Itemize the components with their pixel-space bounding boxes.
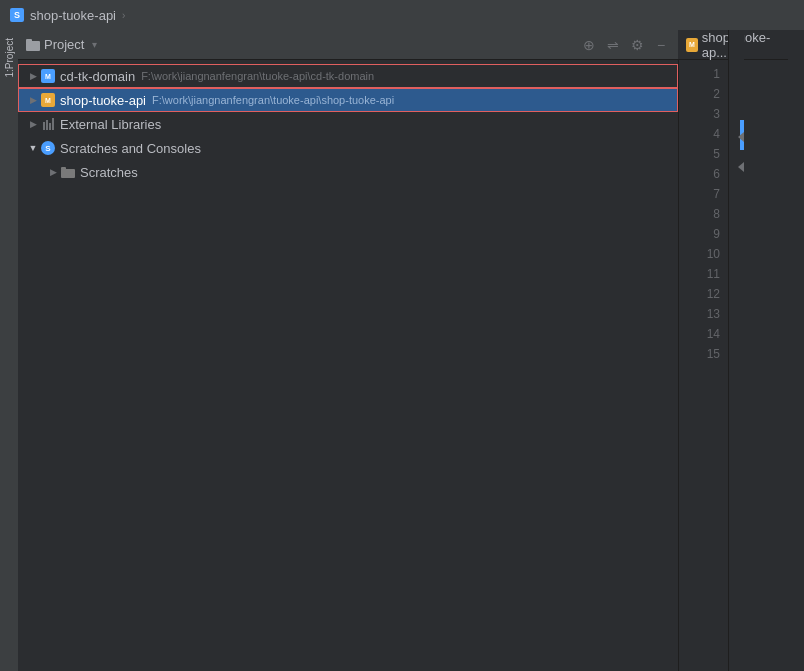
line-number-10: 10 xyxy=(707,244,720,264)
arrow-shop-tuoke-api: ▶ xyxy=(26,93,40,107)
module-icon-cd-tk-domain: M xyxy=(40,68,56,84)
svg-rect-3 xyxy=(61,167,66,170)
line-number-8: 8 xyxy=(713,204,720,224)
title-bar-text: shop-tuoke-api xyxy=(30,8,116,23)
folder-icon xyxy=(26,38,40,52)
item-name-cd-tk-domain: cd-tk-domain xyxy=(60,69,135,84)
split-button[interactable]: ⇌ xyxy=(604,36,622,54)
line-number-14: 14 xyxy=(707,324,720,344)
line-number-9: 9 xyxy=(713,224,720,244)
title-bar: S shop-tuoke-api › xyxy=(0,0,804,30)
item-name-external-libraries: External Libraries xyxy=(60,117,161,132)
line-number-11: 11 xyxy=(707,264,720,284)
line-number-1: 1 xyxy=(713,64,720,84)
tree-item-scratches-and-consoles[interactable]: ▼ S Scratches and Consoles xyxy=(18,136,678,160)
item-path-cd-tk-domain: F:\work\jiangnanfengran\tuoke-api\cd-tk-… xyxy=(141,70,374,82)
item-name-scratches-and-consoles: Scratches and Consoles xyxy=(60,141,201,156)
svg-rect-2 xyxy=(61,169,75,178)
item-name-shop-tuoke-api: shop-tuoke-api xyxy=(60,93,146,108)
arrow-cd-tk-domain: ▶ xyxy=(26,69,40,83)
line-number-15: 15 xyxy=(707,344,720,364)
module-icon-shop-tuoke-api: M xyxy=(40,92,56,108)
tree-item-cd-tk-domain[interactable]: ▶ M cd-tk-domain F:\work\jiangnanfengran… xyxy=(18,64,678,88)
project-toolbar: Project ▾ ⊕ ⇌ ⚙ − xyxy=(18,30,678,60)
title-bar-arrow: › xyxy=(122,10,125,21)
right-edge-scrollbar[interactable] xyxy=(728,30,744,671)
line-number-2: 2 xyxy=(713,84,720,104)
line-number-5: 5 xyxy=(713,144,720,164)
item-name-scratches: Scratches xyxy=(80,165,138,180)
right-section: M shop-tuoke-ap... 123456789101112131415 xyxy=(678,30,804,671)
tree-item-shop-tuoke-api[interactable]: ▶ M shop-tuoke-api F:\work\jiangnanfengr… xyxy=(18,88,678,112)
globe-button[interactable]: ⊕ xyxy=(580,36,598,54)
line-numbers-panel: 123456789101112131415 xyxy=(678,30,728,671)
line-number-12: 12 xyxy=(707,284,720,304)
side-stripe-label: 1:Project xyxy=(4,38,15,77)
tree-item-external-libraries[interactable]: ▶ External Libraries xyxy=(18,112,678,136)
main-content: 1:Project Project ▾ ⊕ ⇌ ⚙ − xyxy=(0,30,804,671)
line-number-6: 6 xyxy=(713,164,720,184)
svg-rect-1 xyxy=(26,39,32,43)
minimize-button[interactable]: − xyxy=(652,36,670,54)
title-bar-icon: S xyxy=(10,8,24,22)
toolbar-actions: ⊕ ⇌ ⚙ − xyxy=(580,36,670,54)
arrow-scratches-and-consoles: ▼ xyxy=(26,141,40,155)
scratches-consoles-icon: S xyxy=(40,140,56,156)
tree-item-scratches[interactable]: ▶ Scratches xyxy=(18,160,678,184)
right-arrow-2 xyxy=(738,162,744,172)
line-number-3: 3 xyxy=(713,104,720,124)
project-panel: Project ▾ ⊕ ⇌ ⚙ − ▶ M cd-tk-domain F:\wo… xyxy=(18,30,678,671)
line-number-13: 13 xyxy=(707,304,720,324)
arrow-external-libraries: ▶ xyxy=(26,117,40,131)
toolbar-title: Project xyxy=(44,37,84,52)
toolbar-dropdown-arrow[interactable]: ▾ xyxy=(92,39,97,50)
line-number-7: 7 xyxy=(713,184,720,204)
arrow-scratches: ▶ xyxy=(46,165,60,179)
settings-button[interactable]: ⚙ xyxy=(628,36,646,54)
right-arrow-1 xyxy=(738,132,744,142)
item-path-shop-tuoke-api: F:\work\jiangnanfengran\tuoke-api\shop-t… xyxy=(152,94,394,106)
tab-icon: M xyxy=(686,38,698,52)
file-tree: ▶ M cd-tk-domain F:\work\jiangnanfengran… xyxy=(18,60,678,671)
external-icon xyxy=(40,116,56,132)
line-number-4: 4 xyxy=(713,124,720,144)
folder-icon-scratches xyxy=(60,164,76,180)
side-stripe: 1:Project xyxy=(0,30,18,671)
